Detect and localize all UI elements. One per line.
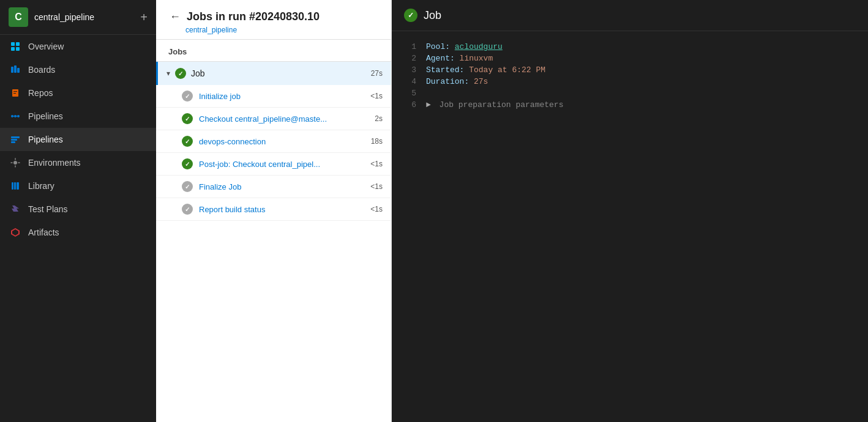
middle-panel: ← Jobs in run #20240830.10 central_pipel…: [156, 0, 392, 422]
step-duration: <1s: [370, 160, 383, 168]
svg-rect-17: [14, 182, 16, 190]
step-row[interactable]: ✓ Finalize Job <1s: [156, 176, 391, 198]
code-key-pool: Pool:: [426, 42, 455, 51]
library-icon: [10, 180, 21, 191]
run-title: Jobs in run #20240830.10: [187, 10, 320, 23]
step-row[interactable]: ✓ Checkout central_pipeline@maste... 2s: [156, 108, 391, 130]
pipelines-label: Pipelines: [28, 135, 63, 144]
svg-rect-14: [11, 141, 15, 143]
svg-point-7: [11, 115, 13, 117]
line-number: 1: [402, 42, 416, 51]
sidebar-item-overview[interactable]: Overview: [0, 35, 156, 58]
duration-value: 27s: [474, 77, 488, 86]
step-status-icon: ✓: [182, 91, 193, 102]
right-panel-title: Job: [424, 9, 441, 22]
pipelines-icon: [10, 134, 21, 145]
back-button[interactable]: ←: [168, 10, 182, 23]
step-status-icon: ✓: [182, 158, 193, 169]
step-name: Post-job: Checkout central_pipel...: [199, 160, 364, 169]
pool-value-link[interactable]: acloudguru: [455, 42, 503, 51]
line-number: 6: [402, 100, 416, 109]
svg-point-9: [17, 115, 20, 117]
svg-rect-1: [16, 42, 20, 46]
test-plans-icon: [10, 204, 21, 215]
code-line-2: 2 Agent: linuxvm: [392, 53, 868, 64]
svg-point-8: [14, 115, 17, 117]
step-name: devops-connection: [199, 137, 365, 146]
pipelines-top-label: Pipelines: [28, 111, 63, 121]
code-line-1: 1 Pool: acloudguru: [392, 41, 868, 53]
boards-label: Boards: [28, 65, 55, 75]
sidebar-item-artifacts[interactable]: Artifacts: [0, 221, 156, 244]
job-list: ▾ ✓ Job 27s ✓ Initialize job <1s ✓ Check…: [156, 62, 391, 422]
step-status-icon: ✓: [182, 136, 193, 147]
sidebar-item-pipelines[interactable]: Pipelines: [0, 128, 156, 151]
org-avatar: C: [9, 7, 28, 27]
step-name: Initialize job: [199, 92, 364, 101]
code-key-started: Started:: [426, 65, 469, 75]
job-status-icon: ✓: [175, 68, 186, 79]
code-line-4: 4 Duration: 27s: [392, 76, 868, 87]
agent-value: linuxvm: [460, 54, 493, 63]
boards-icon: [10, 64, 21, 75]
run-subtitle: central_pipeline: [185, 26, 379, 34]
overview-label: Overview: [28, 42, 64, 51]
jobs-section-label: Jobs: [156, 40, 391, 62]
artifacts-label: Artifacts: [28, 228, 59, 237]
library-label: Library: [28, 181, 54, 191]
sidebar-item-library[interactable]: Library: [0, 174, 156, 198]
job-name: Job: [191, 68, 366, 78]
step-row[interactable]: ✓ Post-job: Checkout central_pipel... <1…: [156, 153, 391, 176]
step-status-icon: ✓: [182, 113, 193, 124]
step-row[interactable]: ✓ Report build status <1s: [156, 198, 391, 221]
step-row[interactable]: ✓ Initialize job <1s: [156, 85, 391, 108]
job-duration: 27s: [371, 69, 383, 78]
svg-rect-0: [11, 42, 15, 46]
step-duration: 18s: [371, 137, 383, 146]
started-value: Today at 6:22 PM: [469, 65, 545, 75]
step-duration: 2s: [375, 114, 383, 123]
sidebar-header: C central_pipeline +: [0, 0, 156, 35]
step-status-icon: ✓: [182, 181, 193, 192]
expand-label: Job preparation parameters: [440, 100, 564, 109]
svg-rect-3: [16, 47, 20, 51]
line-number: 2: [402, 54, 416, 63]
job-header-status-icon: ✓: [404, 9, 417, 22]
sidebar-item-test-plans[interactable]: Test Plans: [0, 198, 156, 221]
step-name: Finalize Job: [199, 182, 364, 191]
add-project-button[interactable]: +: [140, 11, 148, 23]
step-duration: <1s: [370, 205, 383, 213]
sidebar-item-environments[interactable]: Environments: [0, 151, 156, 174]
svg-point-15: [13, 161, 17, 165]
svg-rect-5: [14, 65, 17, 73]
right-panel: ✓ Job 1 Pool: acloudguru 2 Agent: linuxv…: [392, 0, 868, 422]
svg-rect-12: [11, 136, 20, 138]
org-name: central_pipeline: [34, 12, 134, 22]
step-row[interactable]: ✓ devops-connection 18s: [156, 130, 391, 153]
repos-icon: [10, 87, 21, 98]
sidebar-item-pipelines-top[interactable]: Pipelines: [0, 105, 156, 128]
code-line-3: 3 Started: Today at 6:22 PM: [392, 64, 868, 76]
code-output-area: 1 Pool: acloudguru 2 Agent: linuxvm 3 St…: [392, 31, 868, 422]
sidebar-item-repos[interactable]: Repos: [0, 81, 156, 105]
svg-rect-4: [11, 67, 13, 73]
step-name: Checkout central_pipeline@maste...: [199, 114, 369, 124]
step-status-icon: ✓: [182, 204, 193, 215]
step-duration: <1s: [370, 182, 383, 191]
code-line-6[interactable]: 6 ► Job preparation parameters: [392, 99, 868, 111]
step-duration: <1s: [370, 92, 383, 100]
right-panel-header: ✓ Job: [392, 0, 868, 31]
job-row-parent[interactable]: ▾ ✓ Job 27s: [156, 62, 391, 85]
expand-arrow-icon[interactable]: ►: [426, 100, 436, 109]
svg-rect-16: [12, 182, 13, 190]
svg-rect-13: [11, 139, 17, 141]
test-plans-label: Test Plans: [28, 204, 68, 214]
svg-rect-2: [11, 47, 15, 51]
run-header: ← Jobs in run #20240830.10 central_pipel…: [156, 0, 391, 40]
sidebar-item-boards[interactable]: Boards: [0, 58, 156, 81]
artifacts-icon: [10, 227, 21, 238]
line-number: 4: [402, 77, 416, 86]
line-number: 3: [402, 65, 416, 75]
code-line-5: 5: [392, 87, 868, 99]
environments-label: Environments: [28, 158, 81, 168]
